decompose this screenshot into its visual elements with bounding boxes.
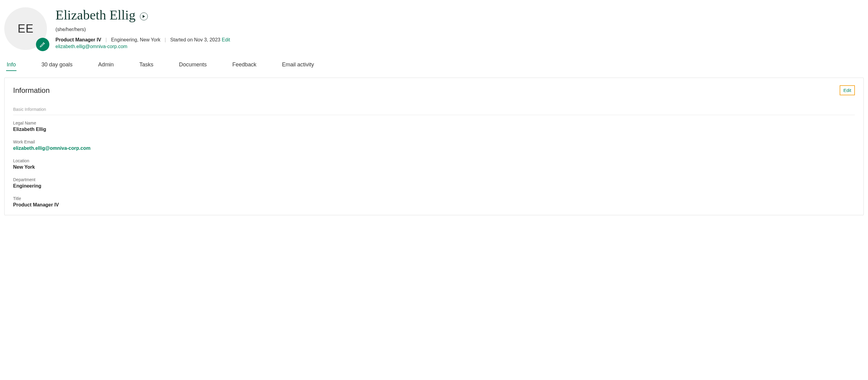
department-location: Engineering, New York (111, 37, 160, 43)
field-label: Legal Name (13, 120, 855, 126)
start-date: Started on Nov 3, 2023 (170, 37, 220, 42)
person-name: Elizabeth Ellig (56, 8, 135, 23)
pronouns: (she/her/hers) (56, 27, 230, 32)
panel-title: Information (13, 86, 50, 95)
section-basic-information: Basic Information (13, 107, 855, 115)
information-panel: Information Edit Basic Information Legal… (4, 78, 864, 215)
tab-email-activity[interactable]: Email activity (281, 59, 314, 71)
play-name-button[interactable] (140, 12, 148, 21)
field-label: Department (13, 177, 855, 182)
edit-information-button[interactable]: Edit (840, 85, 855, 95)
start-date-group: Started on Nov 3, 2023 Edit (170, 37, 230, 43)
field-label: Location (13, 158, 855, 163)
field-value: New York (13, 165, 855, 170)
tabs: Info 30 day goals Admin Tasks Documents … (4, 59, 864, 71)
profile-header: EE Elizabeth Ellig (she/her/hers) Produc… (4, 7, 864, 50)
tab-goals[interactable]: 30 day goals (41, 59, 73, 71)
tab-admin[interactable]: Admin (97, 59, 114, 71)
work-email-link[interactable]: elizabeth.ellig@omniva-corp.com (13, 145, 855, 151)
play-icon (142, 15, 145, 18)
field-value: Product Manager IV (13, 202, 855, 208)
tab-tasks[interactable]: Tasks (139, 59, 154, 71)
panel-header: Information Edit (13, 85, 855, 95)
avatar-edit-button[interactable] (36, 38, 50, 51)
field-legal-name: Legal Name Elizabeth Ellig (13, 120, 855, 132)
pencil-icon (39, 41, 46, 48)
avatar-initials: EE (18, 22, 34, 35)
tab-documents[interactable]: Documents (178, 59, 207, 71)
separator: | (164, 37, 166, 43)
field-value: Elizabeth Ellig (13, 127, 855, 132)
tab-info[interactable]: Info (6, 59, 17, 71)
separator: | (105, 37, 107, 43)
field-label: Title (13, 196, 855, 201)
name-row: Elizabeth Ellig (56, 8, 230, 23)
field-work-email: Work Email elizabeth.ellig@omniva-corp.c… (13, 139, 855, 151)
avatar-container: EE (4, 7, 47, 50)
field-value: Engineering (13, 183, 855, 189)
header-email-link[interactable]: elizabeth.ellig@omniva-corp.com (56, 44, 230, 49)
svg-marker-0 (143, 15, 145, 18)
profile-info: Elizabeth Ellig (she/her/hers) Product M… (56, 7, 230, 50)
field-department: Department Engineering (13, 177, 855, 189)
edit-start-date-link[interactable]: Edit (222, 37, 230, 42)
tab-feedback[interactable]: Feedback (231, 59, 257, 71)
meta-row: Product Manager IV | Engineering, New Yo… (56, 37, 230, 43)
field-location: Location New York (13, 158, 855, 170)
job-title: Product Manager IV (56, 37, 101, 43)
field-title: Title Product Manager IV (13, 196, 855, 208)
field-label: Work Email (13, 139, 855, 144)
